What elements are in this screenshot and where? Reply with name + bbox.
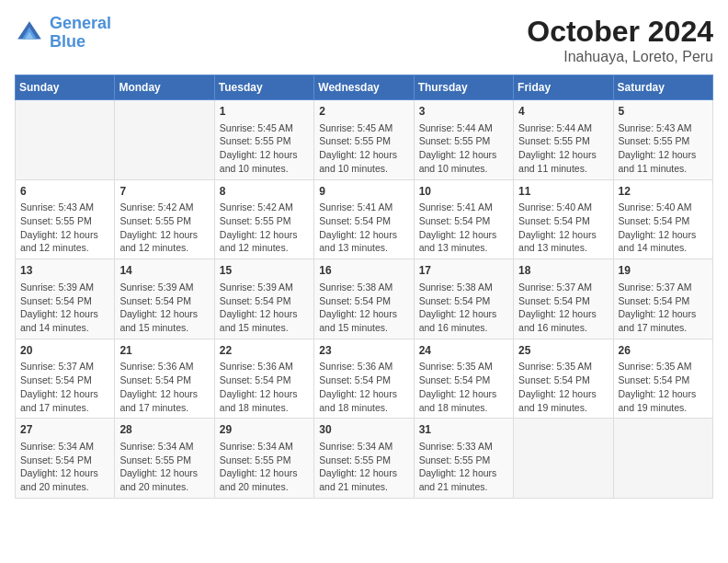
calendar-cell: 26Sunrise: 5:35 AMSunset: 5:54 PMDayligh… xyxy=(613,339,712,419)
calendar-week-5: 27Sunrise: 5:34 AMSunset: 5:54 PMDayligh… xyxy=(16,419,713,499)
day-number: 8 xyxy=(220,184,309,200)
day-detail: Sunrise: 5:34 AMSunset: 5:55 PMDaylight:… xyxy=(220,440,309,494)
calendar-cell: 31Sunrise: 5:33 AMSunset: 5:55 PMDayligh… xyxy=(414,419,513,499)
calendar-cell: 15Sunrise: 5:39 AMSunset: 5:54 PMDayligh… xyxy=(214,259,313,339)
day-number: 19 xyxy=(619,263,708,279)
day-number: 10 xyxy=(419,184,508,200)
day-number: 29 xyxy=(220,422,309,438)
calendar-cell: 3Sunrise: 5:44 AMSunset: 5:55 PMDaylight… xyxy=(414,100,513,180)
day-number: 25 xyxy=(518,343,608,359)
calendar-cell: 10Sunrise: 5:41 AMSunset: 5:54 PMDayligh… xyxy=(414,179,513,259)
day-number: 6 xyxy=(20,184,109,200)
day-detail: Sunrise: 5:44 AMSunset: 5:55 PMDaylight:… xyxy=(419,121,508,176)
day-detail: Sunrise: 5:45 AMSunset: 5:55 PMDaylight:… xyxy=(220,121,309,176)
day-detail: Sunrise: 5:35 AMSunset: 5:54 PMDaylight:… xyxy=(518,360,608,414)
logo-icon xyxy=(15,18,44,48)
day-detail: Sunrise: 5:39 AMSunset: 5:54 PMDaylight:… xyxy=(220,281,309,335)
calendar-cell: 1Sunrise: 5:45 AMSunset: 5:55 PMDaylight… xyxy=(214,100,313,180)
day-detail: Sunrise: 5:36 AMSunset: 5:54 PMDaylight:… xyxy=(119,360,209,414)
calendar-header-sunday: Sunday xyxy=(16,75,115,100)
calendar-cell xyxy=(115,100,214,180)
calendar-header-monday: Monday xyxy=(115,75,214,100)
calendar-cell: 27Sunrise: 5:34 AMSunset: 5:54 PMDayligh… xyxy=(16,419,115,499)
day-detail: Sunrise: 5:39 AMSunset: 5:54 PMDaylight:… xyxy=(20,281,109,335)
day-number: 22 xyxy=(220,343,309,359)
calendar-cell: 17Sunrise: 5:38 AMSunset: 5:54 PMDayligh… xyxy=(414,259,513,339)
calendar-cell: 28Sunrise: 5:34 AMSunset: 5:55 PMDayligh… xyxy=(115,419,214,499)
day-detail: Sunrise: 5:37 AMSunset: 5:54 PMDaylight:… xyxy=(619,281,708,335)
day-detail: Sunrise: 5:34 AMSunset: 5:55 PMDaylight:… xyxy=(119,440,209,494)
day-detail: Sunrise: 5:35 AMSunset: 5:54 PMDaylight:… xyxy=(419,360,508,414)
day-number: 11 xyxy=(518,184,608,200)
day-number: 12 xyxy=(619,184,708,200)
calendar-week-3: 13Sunrise: 5:39 AMSunset: 5:54 PMDayligh… xyxy=(16,259,713,339)
day-detail: Sunrise: 5:37 AMSunset: 5:54 PMDaylight:… xyxy=(518,281,608,335)
day-number: 7 xyxy=(119,184,209,200)
calendar-header-thursday: Thursday xyxy=(414,75,513,100)
calendar-cell xyxy=(613,419,712,499)
day-detail: Sunrise: 5:45 AMSunset: 5:55 PMDaylight:… xyxy=(319,121,408,176)
calendar-cell: 7Sunrise: 5:42 AMSunset: 5:55 PMDaylight… xyxy=(115,179,214,259)
day-detail: Sunrise: 5:40 AMSunset: 5:54 PMDaylight:… xyxy=(518,201,608,255)
day-detail: Sunrise: 5:38 AMSunset: 5:54 PMDaylight:… xyxy=(419,281,508,335)
day-number: 2 xyxy=(319,104,408,120)
day-number: 14 xyxy=(119,263,209,279)
day-detail: Sunrise: 5:42 AMSunset: 5:55 PMDaylight:… xyxy=(220,201,309,255)
calendar-header-saturday: Saturday xyxy=(613,75,712,100)
calendar-cell: 19Sunrise: 5:37 AMSunset: 5:54 PMDayligh… xyxy=(613,259,712,339)
logo: General Blue xyxy=(15,15,111,52)
calendar-week-1: 1Sunrise: 5:45 AMSunset: 5:55 PMDaylight… xyxy=(16,100,713,180)
day-detail: Sunrise: 5:38 AMSunset: 5:54 PMDaylight:… xyxy=(319,281,408,335)
day-number: 4 xyxy=(518,104,608,120)
title-block: October 2024 Inahuaya, Loreto, Peru xyxy=(527,15,713,65)
day-detail: Sunrise: 5:36 AMSunset: 5:54 PMDaylight:… xyxy=(220,360,309,414)
calendar-cell: 22Sunrise: 5:36 AMSunset: 5:54 PMDayligh… xyxy=(214,339,313,419)
day-number: 3 xyxy=(419,104,508,120)
day-number: 28 xyxy=(119,422,209,438)
day-number: 5 xyxy=(619,104,708,120)
day-detail: Sunrise: 5:33 AMSunset: 5:55 PMDaylight:… xyxy=(419,440,508,494)
day-detail: Sunrise: 5:43 AMSunset: 5:55 PMDaylight:… xyxy=(20,201,109,255)
day-detail: Sunrise: 5:41 AMSunset: 5:54 PMDaylight:… xyxy=(319,201,408,255)
calendar-cell: 2Sunrise: 5:45 AMSunset: 5:55 PMDaylight… xyxy=(314,100,414,180)
calendar-cell: 4Sunrise: 5:44 AMSunset: 5:55 PMDaylight… xyxy=(514,100,613,180)
day-number: 1 xyxy=(220,104,309,120)
calendar-week-4: 20Sunrise: 5:37 AMSunset: 5:54 PMDayligh… xyxy=(16,339,713,419)
day-number: 23 xyxy=(319,343,408,359)
calendar-cell: 16Sunrise: 5:38 AMSunset: 5:54 PMDayligh… xyxy=(314,259,414,339)
logo-text: General Blue xyxy=(50,15,111,52)
calendar-cell: 29Sunrise: 5:34 AMSunset: 5:55 PMDayligh… xyxy=(214,419,313,499)
day-number: 20 xyxy=(20,343,109,359)
day-detail: Sunrise: 5:34 AMSunset: 5:54 PMDaylight:… xyxy=(20,440,109,494)
day-detail: Sunrise: 5:36 AMSunset: 5:54 PMDaylight:… xyxy=(319,360,408,414)
day-number: 30 xyxy=(319,422,408,438)
day-number: 13 xyxy=(20,263,109,279)
calendar-header-friday: Friday xyxy=(514,75,613,100)
calendar-cell: 6Sunrise: 5:43 AMSunset: 5:55 PMDaylight… xyxy=(16,179,115,259)
calendar-week-2: 6Sunrise: 5:43 AMSunset: 5:55 PMDaylight… xyxy=(16,179,713,259)
calendar-cell xyxy=(514,419,613,499)
day-detail: Sunrise: 5:42 AMSunset: 5:55 PMDaylight:… xyxy=(119,201,209,255)
day-detail: Sunrise: 5:40 AMSunset: 5:54 PMDaylight:… xyxy=(619,201,708,255)
day-detail: Sunrise: 5:43 AMSunset: 5:55 PMDaylight:… xyxy=(619,121,708,176)
day-number: 27 xyxy=(20,422,109,438)
day-detail: Sunrise: 5:44 AMSunset: 5:55 PMDaylight:… xyxy=(518,121,608,176)
page-header: General Blue October 2024 Inahuaya, Lore… xyxy=(15,15,713,65)
calendar-cell: 5Sunrise: 5:43 AMSunset: 5:55 PMDaylight… xyxy=(613,100,712,180)
calendar-cell: 25Sunrise: 5:35 AMSunset: 5:54 PMDayligh… xyxy=(514,339,613,419)
day-number: 18 xyxy=(518,263,608,279)
calendar-cell: 20Sunrise: 5:37 AMSunset: 5:54 PMDayligh… xyxy=(16,339,115,419)
day-number: 24 xyxy=(419,343,508,359)
day-detail: Sunrise: 5:39 AMSunset: 5:54 PMDaylight:… xyxy=(119,281,209,335)
calendar-cell: 18Sunrise: 5:37 AMSunset: 5:54 PMDayligh… xyxy=(514,259,613,339)
calendar-cell: 24Sunrise: 5:35 AMSunset: 5:54 PMDayligh… xyxy=(414,339,513,419)
calendar-cell: 30Sunrise: 5:34 AMSunset: 5:55 PMDayligh… xyxy=(314,419,414,499)
day-detail: Sunrise: 5:34 AMSunset: 5:55 PMDaylight:… xyxy=(319,440,408,494)
calendar-cell: 13Sunrise: 5:39 AMSunset: 5:54 PMDayligh… xyxy=(16,259,115,339)
calendar-title: October 2024 xyxy=(527,15,713,49)
day-detail: Sunrise: 5:37 AMSunset: 5:54 PMDaylight:… xyxy=(20,360,109,414)
day-number: 26 xyxy=(619,343,708,359)
calendar-header-wednesday: Wednesday xyxy=(314,75,414,100)
calendar-header-row: SundayMondayTuesdayWednesdayThursdayFrid… xyxy=(16,75,713,100)
calendar-cell: 8Sunrise: 5:42 AMSunset: 5:55 PMDaylight… xyxy=(214,179,313,259)
